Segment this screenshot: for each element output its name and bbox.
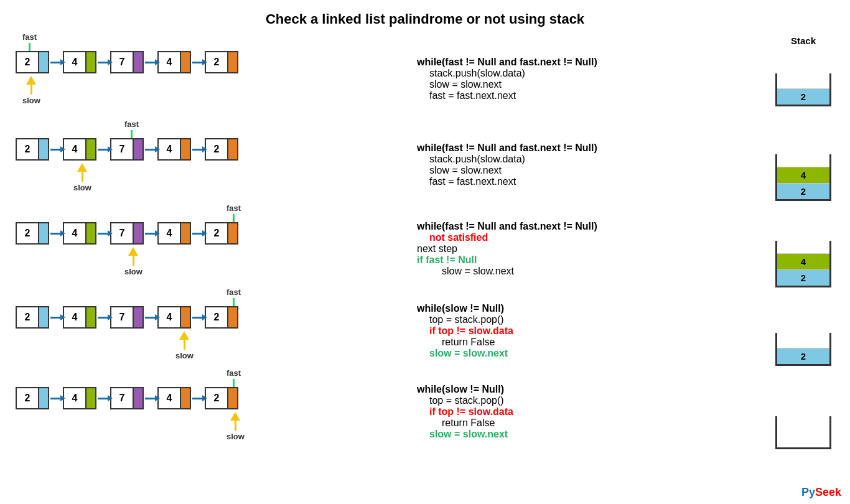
page-title: Check a linked list palindrome or not us… bbox=[0, 0, 850, 32]
ll-row-0: fast slow 2 4 7 4 bbox=[9, 32, 404, 119]
node-1: 4 bbox=[63, 306, 96, 329]
code-line: not satisfied bbox=[417, 232, 763, 243]
stack-row-2: 42 bbox=[775, 225, 831, 309]
node-3: 4 bbox=[157, 51, 191, 73]
arrow-1 bbox=[98, 317, 109, 319]
left-panel: fast slow 2 4 7 4 bbox=[6, 32, 404, 475]
node-0: 2 bbox=[16, 138, 49, 161]
ll-row-2: fast slow 2 4 7 4 bbox=[9, 203, 404, 287]
arrow-0 bbox=[50, 398, 62, 399]
code-line: fast = fast.next.next bbox=[417, 90, 763, 101]
code-line: if fast != Null bbox=[417, 254, 763, 266]
code-line: if top != slow.data bbox=[417, 325, 763, 337]
code-line: return False bbox=[417, 418, 763, 429]
ll-row-4: fast slow 2 4 7 4 bbox=[9, 368, 404, 449]
arrow-1 bbox=[98, 233, 109, 235]
arrow-2 bbox=[145, 398, 156, 399]
pyseek-label: PySeek bbox=[801, 486, 841, 499]
arrow-2 bbox=[145, 233, 156, 235]
stack-row-3: 2 bbox=[775, 311, 831, 392]
arrow-2 bbox=[145, 317, 156, 319]
code-line: top = stack.pop() bbox=[417, 314, 763, 325]
node-0: 2 bbox=[16, 51, 49, 73]
code-block-1: while(fast != Null and fast.next != Null… bbox=[417, 123, 763, 207]
stack-cell: 2 bbox=[777, 348, 829, 364]
node-1: 4 bbox=[63, 222, 96, 245]
node-2: 7 bbox=[110, 51, 144, 73]
arrow-0 bbox=[50, 149, 62, 151]
node-2: 7 bbox=[110, 138, 144, 161]
node-3: 4 bbox=[157, 387, 191, 409]
node-1: 4 bbox=[63, 387, 96, 409]
node-1: 4 bbox=[63, 138, 96, 161]
code-block-0: while(fast != Null and fast.next != Null… bbox=[417, 35, 763, 123]
node-2: 7 bbox=[110, 387, 144, 409]
node-0: 2 bbox=[16, 387, 49, 409]
middle-panel: while(fast != Null and fast.next != Null… bbox=[404, 32, 763, 475]
arrow-1 bbox=[98, 149, 109, 151]
node-0: 2 bbox=[16, 222, 49, 245]
node-4: 2 bbox=[205, 387, 238, 409]
code-line: while(slow != Null) bbox=[417, 384, 763, 395]
slow-ptr-3: slow bbox=[175, 331, 194, 360]
arrow-3 bbox=[192, 317, 203, 319]
stack-row-4 bbox=[775, 394, 831, 475]
slow-ptr-2: slow bbox=[124, 247, 142, 276]
code-line: slow = slow.next bbox=[417, 165, 763, 176]
arrow-0 bbox=[50, 317, 62, 319]
code-line: slow = slow.next bbox=[417, 429, 763, 440]
node-3: 4 bbox=[157, 138, 191, 161]
code-block-4: while(slow != Null)top = stack.pop()if t… bbox=[417, 371, 763, 452]
slow-ptr-4: slow bbox=[227, 412, 245, 441]
arrow-2 bbox=[145, 149, 156, 151]
code-line: while(fast != Null and fast.next != Null… bbox=[417, 221, 763, 232]
arrow-3 bbox=[192, 398, 203, 399]
stack-label: Stack bbox=[791, 35, 816, 46]
arrow-3 bbox=[192, 62, 203, 63]
node-3: 4 bbox=[157, 306, 191, 329]
code-line: slow = slow.next bbox=[417, 266, 763, 277]
slow-ptr-0: slow bbox=[22, 76, 40, 105]
ll-row-1: fast slow 2 4 7 4 bbox=[9, 119, 404, 203]
code-line: stack.push(slow.data) bbox=[417, 154, 763, 165]
arrow-1 bbox=[98, 398, 109, 399]
code-line: slow = slow.next bbox=[417, 348, 763, 359]
node-0: 2 bbox=[16, 306, 49, 329]
code-line: return False bbox=[417, 337, 763, 348]
arrow-3 bbox=[192, 149, 203, 151]
code-line: fast = fast.next.next bbox=[417, 176, 763, 187]
stack-cell: 2 bbox=[777, 183, 829, 199]
code-line: while(slow != Null) bbox=[417, 303, 763, 314]
node-2: 7 bbox=[110, 306, 144, 329]
code-line: next step bbox=[417, 243, 763, 254]
arrow-2 bbox=[145, 62, 156, 63]
stack-row-0: 2 bbox=[775, 49, 831, 136]
arrow-3 bbox=[192, 233, 203, 235]
node-4: 2 bbox=[205, 138, 238, 161]
stack-cell: 2 bbox=[777, 269, 829, 286]
right-panel: Stack 2 42 42 2 bbox=[763, 32, 844, 475]
node-1: 4 bbox=[63, 51, 96, 73]
stack-cell: 4 bbox=[777, 167, 829, 183]
arrow-0 bbox=[50, 233, 62, 235]
node-4: 2 bbox=[205, 306, 238, 329]
node-2: 7 bbox=[110, 222, 144, 245]
slow-ptr-1: slow bbox=[73, 163, 91, 192]
node-4: 2 bbox=[205, 222, 238, 245]
code-line: slow = slow.next bbox=[417, 79, 763, 90]
arrow-0 bbox=[50, 62, 62, 63]
code-line: if top != slow.data bbox=[417, 406, 763, 418]
code-line: while(fast != Null and fast.next != Null… bbox=[417, 57, 763, 68]
stack-cell: 2 bbox=[777, 88, 829, 105]
stack-row-1: 42 bbox=[775, 138, 831, 222]
node-4: 2 bbox=[205, 51, 238, 73]
stack-cell: 4 bbox=[777, 253, 829, 269]
code-line: stack.push(slow.data) bbox=[417, 68, 763, 79]
code-block-2: while(fast != Null and fast.next != Null… bbox=[417, 207, 763, 291]
node-3: 4 bbox=[157, 222, 191, 245]
ll-row-3: fast slow 2 4 7 4 bbox=[9, 287, 404, 368]
code-block-3: while(slow != Null)top = stack.pop()if t… bbox=[417, 291, 763, 371]
code-line: while(fast != Null and fast.next != Null… bbox=[417, 142, 763, 154]
code-line: top = stack.pop() bbox=[417, 395, 763, 406]
arrow-1 bbox=[98, 62, 109, 63]
